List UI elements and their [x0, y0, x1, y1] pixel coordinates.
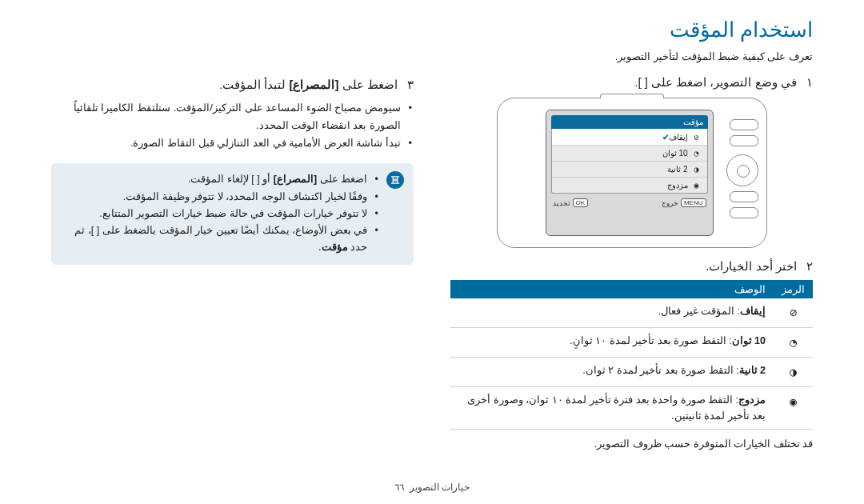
list-item: وفقًا لخيار اكتشاف الوجه المحدد، لا تتوف… — [61, 189, 380, 206]
table-row: ⦸ إيقاف: المؤقت غير فعال. — [450, 298, 813, 328]
th-desc: الوصف — [450, 280, 774, 298]
list-item: اضغط على [المصراع] أو [ ] لإلغاء المؤقت. — [61, 171, 380, 188]
timer-off-icon: ⦸ — [691, 133, 702, 142]
timer-10s-icon: ◔ — [774, 328, 813, 358]
list-item: في بعض الأوضاع، يمكنك أيضًا تعيين خيار ا… — [61, 222, 380, 257]
menu-row-double: ◉ مزدوج — [552, 177, 707, 193]
timer-10s-icon: ◔ — [691, 149, 702, 158]
menu-row-10s: ◔ 10 ثوان — [552, 145, 707, 161]
step-2: ٢ اختر أحد الخيارات. — [450, 259, 813, 274]
step-1: ١ في وضع التصوير، اضغط على [ ]. — [450, 75, 813, 90]
options-table: الرمز الوصف ⦸ إيقاف: المؤقت غير فعال. ◔ … — [450, 280, 813, 430]
list-item: سيومض مصباح الضوء المساعد على التركيز/ال… — [51, 99, 414, 134]
step-3-num: ٣ — [407, 78, 414, 91]
timer-2s-icon: ◑ — [774, 358, 813, 387]
camera-dpad — [726, 154, 758, 186]
left-column: ٣ اضغط على [المصراع] لتبدأ المؤقت. سيومض… — [51, 75, 414, 450]
options-note: قد تختلف الخيارات المتوفرة حسب ظروف التص… — [450, 438, 813, 450]
timer-2s-icon: ◑ — [691, 165, 702, 174]
list-item: لا تتوفر خيارات المؤقت في حالة ضبط خيارا… — [61, 206, 380, 222]
table-row: ◉ مزدوج: التقط صورة واحدة بعد فترة تأخير… — [450, 387, 813, 430]
menu-title: مؤقت — [551, 115, 708, 129]
note-box: اضغط على [المصراع] أو [ ] لإلغاء المؤقت.… — [51, 163, 414, 264]
menu-row-2s: ◑ 2 ثانية — [552, 161, 707, 177]
step-1-text: في وضع التصوير، اضغط على [ ]. — [634, 75, 797, 89]
menu-row-off: ⦸ إيقاف ✔ — [552, 129, 707, 145]
right-column: ١ في وضع التصوير، اضغط على [ ]. مؤقت ⦸ إ… — [450, 75, 813, 450]
table-row: ◑ 2 ثانية: التقط صورة بعد تأخير لمدة ٢ ث… — [450, 358, 813, 387]
page-footer: خيارات التصوير ٦٦ — [0, 482, 864, 493]
th-icon: الرمز — [774, 280, 813, 298]
screen-footer-menu: MENU خروج — [662, 198, 706, 207]
step-3: ٣ اضغط على [المصراع] لتبدأ المؤقت. — [51, 75, 414, 94]
camera-screen: مؤقت ⦸ إيقاف ✔ ◔ 10 ثوان ◑ — [546, 110, 714, 236]
step-1-num: ١ — [806, 75, 813, 89]
camera-button-top — [730, 119, 758, 130]
menu-badge: MENU — [681, 198, 706, 207]
list-item: تبدأ شاشة العرض الأمامية في العد التنازل… — [51, 134, 414, 152]
camera-illustration: مؤقت ⦸ إيقاف ✔ ◔ 10 ثوان ◑ — [497, 98, 767, 248]
step-2-num: ٢ — [806, 259, 813, 273]
timer-double-icon: ◉ — [774, 387, 813, 430]
timer-double-icon: ◉ — [691, 181, 702, 190]
camera-button-bot2 — [730, 207, 758, 218]
table-row: ◔ 10 ثوان: التقط صورة بعد تأخير لمدة ١٠ … — [450, 328, 813, 358]
camera-button-bot1 — [730, 191, 758, 202]
ok-badge: OK — [573, 198, 589, 207]
step-2-text: اختر أحد الخيارات. — [706, 259, 797, 273]
intro-text: تعرف على كيفية ضبط المؤقت لتأخير التصوير… — [51, 50, 813, 62]
screen-footer-ok: OK تحديد — [553, 198, 589, 207]
note-icon — [386, 171, 404, 189]
menu-list: ⦸ إيقاف ✔ ◔ 10 ثوان ◑ 2 ثانية — [551, 129, 708, 194]
timer-off-icon: ⦸ — [774, 298, 813, 328]
check-icon: ✔ — [662, 133, 669, 142]
camera-button-mid — [730, 135, 758, 146]
step-3-bullets: سيومض مصباح الضوء المساعد على التركيز/ال… — [51, 99, 414, 152]
page-title: استخدام المؤقت — [51, 18, 813, 42]
